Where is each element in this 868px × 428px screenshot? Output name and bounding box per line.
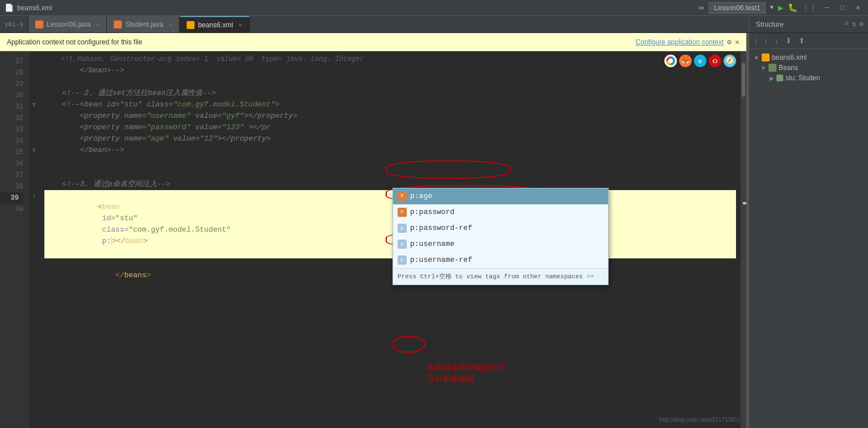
tree-beans-icon — [768, 64, 776, 72]
structure-icons: ≡ ⇅ ⚙ — [844, 20, 868, 28]
annotation-circle-p — [391, 336, 425, 353]
autocomplete-item-pusername[interactable]: p p:username — [393, 236, 608, 252]
struct-icon-2[interactable]: ⇅ — [852, 20, 856, 28]
autocomplete-item-ppasswordref[interactable]: p p:password-ref — [393, 220, 608, 236]
gutter-area: ▽ ▽ ↓ — [28, 51, 40, 428]
tree-chevron-stu: ▶ — [770, 75, 774, 81]
tree-root-label: beans6.xml — [772, 54, 807, 61]
watermark: http://blog.csdn.net/u011753651 — [659, 414, 741, 426]
struct-icon-1[interactable]: ≡ — [844, 20, 848, 28]
struct-sort-btn[interactable]: ↕ — [751, 35, 760, 46]
annotation-line2: 可以直接赋值 — [427, 373, 506, 384]
code-line-30: <!-- 2. 通过set方法往bean注入属性值--> — [44, 88, 736, 99]
code-line-33: <property name="password" value="123" ><… — [44, 122, 736, 133]
tab-bar: y01-s Lesson06.java ✕ Student.java ✕ bea… — [0, 16, 868, 33]
warning-text: Application context not configured for t… — [7, 38, 142, 46]
annotation-line1: 这样就会有智能提示了 — [427, 361, 506, 373]
warning-close-icon[interactable]: ✕ — [735, 38, 739, 47]
tree-beans-label: Beans — [779, 64, 798, 72]
tree-root-beans6[interactable]: ▼ beans6.xml — [751, 52, 866, 63]
struct-collapse-btn[interactable]: ⬆ — [796, 35, 807, 46]
code-content[interactable]: 🦊 e O 🧭 <!t,Habasn, Constructor-arg inde… — [40, 51, 741, 428]
autocomplete-popup: P p:age P p:password p p:password-ref — [392, 188, 609, 285]
code-line-36 — [44, 156, 736, 167]
title-icon: 📄 — [5, 3, 14, 13]
title-bar-right: ⏮ Lesson06.test1 ▼ ▶ 🐛 ⋮⋮ — □ ✕ — [698, 2, 863, 14]
tree-stu-node[interactable]: ▶ stu: Studen — [751, 73, 866, 83]
debug-button[interactable]: 🐛 — [788, 3, 797, 13]
structure-tab-label: Structure — [749, 20, 791, 28]
scroll-indicator-mark — [743, 202, 746, 204]
warning-actions: Configure application context ⚙ ✕ — [636, 38, 739, 47]
code-line-29 — [44, 76, 736, 88]
structure-tab-area: Structure ≡ ⇅ ⚙ — [749, 16, 868, 32]
autocomplete-item-pusernameref[interactable]: p p:username-ref — [393, 252, 608, 268]
dropdown-arrow[interactable]: ▼ — [770, 5, 774, 11]
tab-beans6-xml[interactable]: beans6.xml ✕ — [180, 16, 249, 32]
close-button[interactable]: ✕ — [853, 3, 863, 12]
structure-panel: ↕ ↑ ↓ ⬇ ⬆ ▼ beans6.xml ▼ Beans ▶ — [749, 33, 868, 428]
warning-bar: Application context not configured for t… — [0, 33, 746, 51]
minimize-button[interactable]: — — [821, 4, 832, 12]
tab-label-2: Student.java — [125, 20, 163, 28]
tree-beans-node[interactable]: ▼ Beans — [751, 63, 866, 73]
code-line-39: <bean id="stu" class="com.gyf.model.Stud… — [44, 190, 736, 258]
struct-expand-btn[interactable]: ⬇ — [783, 35, 794, 46]
tree-chevron-beans: ▼ — [760, 65, 766, 71]
line-numbers: 27 28 29 30 31 32 33 34 35 36 37 38 39 4… — [0, 51, 28, 428]
autocomplete-label-2: p:password — [410, 207, 454, 218]
tab-lesson06-java[interactable]: Lesson06.java ✕ — [28, 16, 107, 32]
main-layout: Application context not configured for t… — [0, 33, 868, 428]
scroll-thumb[interactable] — [742, 63, 745, 97]
fold-arrow-35[interactable]: ▽ — [32, 147, 36, 154]
code-scrollbar[interactable] — [741, 51, 746, 428]
run-button[interactable]: ▶ — [778, 2, 784, 14]
tree-stu-label: stu: Studen — [786, 74, 820, 82]
autocomplete-item-ppassword[interactable]: P p:password — [393, 204, 608, 220]
run-dropdown-icon: ⏮ — [698, 4, 704, 11]
tab-label-3: beans6.xml — [198, 21, 233, 29]
code-line-31: <!--<bean id="stu" class="com.gyf.model.… — [44, 99, 736, 110]
editor-area: Application context not configured for t… — [0, 33, 746, 428]
struct-down-btn[interactable]: ↓ — [772, 35, 781, 46]
struct-icon-3[interactable]: ⚙ — [859, 20, 863, 28]
code-line-34: <property name="age" value="12"></proper… — [44, 133, 736, 145]
configure-link[interactable]: Configure application context — [636, 38, 724, 46]
autocomplete-icon-2: P — [398, 208, 407, 217]
code-area: 27 28 29 30 31 32 33 34 35 36 37 38 39 4… — [0, 51, 746, 428]
autocomplete-icon-4: p — [398, 240, 407, 249]
code-line-40: </beans> — [44, 258, 736, 293]
struct-up-btn[interactable]: ↑ — [762, 35, 771, 46]
java-icon-2 — [114, 20, 122, 28]
code-line-28: </bean>--> — [44, 65, 736, 76]
fold-arrow-31[interactable]: ▽ — [32, 101, 36, 108]
code-line-32: <property name="username" value="gyf"></… — [44, 110, 736, 122]
autocomplete-item-page[interactable]: P p:age — [393, 188, 608, 204]
more-button[interactable]: ⋮⋮ — [802, 3, 817, 13]
tree-file-icon — [762, 54, 770, 61]
tree-stu-icon — [776, 75, 783, 81]
maximize-button[interactable]: □ — [837, 4, 848, 12]
fold-arrow-39[interactable]: ↓ — [32, 192, 36, 200]
tab-close-2[interactable]: ✕ — [169, 21, 172, 28]
autocomplete-footer-text: Press Ctrl+空格 to view tags from other na… — [398, 273, 586, 280]
title-bar: 📄 beans6.xml ⏮ Lesson06.test1 ▼ ▶ 🐛 ⋮⋮ —… — [0, 0, 868, 16]
tab-student-java[interactable]: Student.java ✕ — [107, 16, 180, 32]
code-line-38: <!--3. 通过p命名空间注入--> — [44, 179, 736, 190]
autocomplete-footer: Press Ctrl+空格 to view tags from other na… — [393, 268, 608, 285]
tab-close[interactable]: ✕ — [96, 21, 100, 28]
tree-chevron-root: ▼ — [754, 55, 759, 61]
title-text: beans6.xml — [17, 4, 52, 12]
autocomplete-label-4: p:username — [410, 238, 454, 250]
tab-close-3[interactable]: ✕ — [239, 22, 242, 28]
autocomplete-more-link[interactable]: >> — [586, 273, 594, 280]
structure-tree: ▼ beans6.xml ▼ Beans ▶ stu: Studen — [749, 49, 868, 428]
code-line-27: <!t,Habasn, Constructor-arg index= 1 val… — [44, 54, 736, 65]
code-line-35: </bean>--> — [44, 145, 736, 156]
chinese-annotation: 这样就会有智能提示了 可以直接赋值 — [427, 361, 506, 384]
warning-gear-icon[interactable]: ⚙ — [727, 38, 731, 47]
structure-toolbar: ↕ ↑ ↓ ⬇ ⬆ — [749, 33, 868, 49]
autocomplete-icon-3: p — [398, 224, 407, 233]
autocomplete-label-1: p:age — [410, 191, 432, 202]
java-icon — [35, 20, 43, 28]
